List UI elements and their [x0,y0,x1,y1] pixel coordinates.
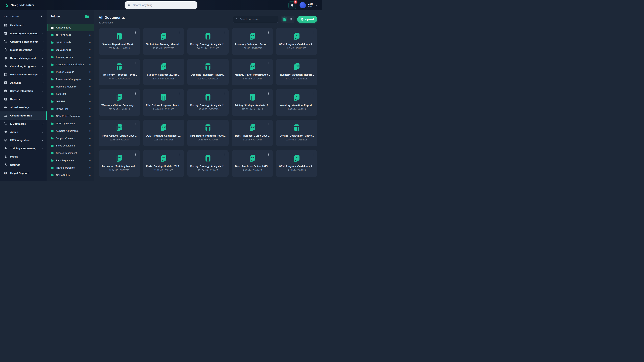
document-card[interactable]: PDFOEM_Program_Guidelines_2...3.26 MB • … [143,120,184,146]
card-menu-button[interactable] [134,30,137,35]
sidebar-item-help-support[interactable]: ?Help & Support [0,169,46,177]
document-card[interactable]: PDFBest_Practices_Guide_2025...3.12 MB •… [232,120,273,146]
sidebar-item-training-e-learning[interactable]: Training & E-Learning [0,144,46,152]
document-card[interactable]: Obsolete_Inventory_Review...213.01 KB • … [187,59,228,85]
sidebar-item-service-integration[interactable]: Service Integration [0,87,46,95]
document-search-input[interactable] [240,18,276,21]
card-menu-button[interactable] [134,152,137,157]
card-menu-button[interactable] [311,91,315,96]
document-card[interactable]: PDFTechnician_Training_Manual...12.14 MB… [98,150,140,177]
document-card[interactable]: Pricing_Strategy_Analysis_2...246.31 KB … [187,28,228,55]
card-menu-button[interactable] [267,61,270,65]
folder-item-oem-return-programs[interactable]: OEM Return Programs0 [47,112,94,120]
document-card[interactable]: Pricing_Strategy_Analysis_2...197.99 KB … [187,89,228,116]
notifications-button[interactable]: 4 [288,1,296,9]
folder-item-training-materials[interactable]: Training Materials0 [47,164,94,171]
folder-item-osha-safety[interactable]: OSHA Safety0 [47,171,94,179]
document-card[interactable]: PDFInventory_Valuation_Report...1.45 MB … [276,89,317,116]
folder-item-q2-2024-audit[interactable]: Q2 2024 Audit0 [47,39,94,46]
document-card[interactable]: PDFInventory_Valuation_Report...1.02 MB … [232,28,273,55]
folder-item-product-catalogs[interactable]: Product Catalogs0 [47,68,94,76]
folder-item-q1-2024-audit[interactable]: Q1 2024 Audit0 [47,46,94,53]
card-menu-button[interactable] [178,30,182,35]
upload-button[interactable]: Upload [297,16,317,23]
card-menu-button[interactable] [267,122,270,126]
sidebar-collapse-button[interactable] [40,14,44,18]
document-card[interactable]: PDFSupplier_Contract_202510....635.78 KB… [143,59,184,85]
sidebar-item-dashboard[interactable]: Dashboard [0,21,46,29]
document-card[interactable]: PDFOEM_Program_Guidelines_2...3.8 MB • 1… [276,28,317,55]
sidebar-item-ordering-replenishment[interactable]: Ordering & Replenishment [0,37,46,46]
card-menu-button[interactable] [222,91,226,96]
global-search-input[interactable] [133,4,194,7]
folder-item-ford-rim[interactable]: Ford RIM0 [47,90,94,98]
document-card[interactable]: RIM_Return_Proposal_Toyot...74.64 KB • 1… [98,59,140,85]
global-search[interactable] [125,1,197,9]
document-card[interactable]: RIM_Return_Proposal_Toyot...96.68 KB • 8… [187,120,228,146]
user-menu[interactable]: User Role [300,2,318,8]
document-card[interactable]: RIM_Return_Proposal_Toyot...210.28 KB • … [143,89,184,116]
folder-item-parts-department[interactable]: Parts Department0 [47,157,94,164]
sidebar-item-collaboration-hub[interactable]: Collaboration Hub [0,111,46,120]
document-card[interactable]: Service_Department_Metric...268.74 KB • … [98,28,140,55]
document-card[interactable]: PDFMonthly_Parts_Performance...1.84 MB •… [232,59,273,85]
card-menu-button[interactable] [222,152,226,157]
document-card[interactable]: Pricing_Strategy_Analysis_2...127.93 KB … [232,89,273,116]
new-folder-button[interactable] [84,14,90,19]
card-menu-button[interactable] [178,152,182,157]
document-search[interactable] [233,16,278,23]
folder-item-q3-2024-audit[interactable]: Q3 2024 Audit0 [47,31,94,39]
sidebar-item-consulting-programs[interactable]: Consulting Programs [0,62,46,70]
card-menu-button[interactable] [311,30,315,35]
sidebar-item-analytics[interactable]: Analytics [0,79,46,87]
document-card[interactable]: PDFTechnician_Training_Manual...13.49 MB… [143,28,184,55]
sidebar-item-returns-management[interactable]: Returns Management [0,54,46,62]
folder-item-napa-agreements[interactable]: NAPA Agreements0 [47,120,94,127]
card-menu-button[interactable] [178,91,182,96]
card-menu-button[interactable] [134,91,137,96]
sidebar-item-admin[interactable]: Admin [0,128,46,136]
card-menu-button[interactable] [311,61,315,65]
card-menu-button[interactable] [178,122,182,126]
card-menu-button[interactable] [178,61,182,65]
card-menu-button[interactable] [222,122,226,126]
folder-item-promotional-campaigns[interactable]: Promotional Campaigns0 [47,76,94,83]
sidebar-item-virtual-meetings[interactable]: Virtual Meetings [0,103,46,111]
document-card[interactable]: PDFBest_Practices_Guide_2025...4.08 MB •… [232,150,273,177]
list-view-button[interactable] [288,16,294,22]
folder-item-supplier-contracts[interactable]: Supplier Contracts0 [47,135,94,142]
sidebar-item-reports[interactable]: Reports [0,95,46,103]
document-card[interactable]: PDFParts_Catalog_Update_2025...19.11 MB … [143,150,184,177]
sidebar-item-settings[interactable]: Settings [0,161,46,169]
card-menu-button[interactable] [222,30,226,35]
document-card[interactable]: Service_Department_Metric...325.48 KB • … [276,120,317,146]
folder-item-toyota-rim[interactable]: Toyota RIM0 [47,105,94,112]
sidebar-item-dms-integration[interactable]: DMS Integration [0,136,46,144]
folder-item-inventory-audits[interactable]: Inventory Audits0 [47,53,94,61]
card-menu-button[interactable] [267,152,270,157]
card-menu-button[interactable] [134,122,137,126]
card-menu-button[interactable] [222,61,226,65]
folder-item-marketing-materials[interactable]: Marketing Materials0 [47,83,94,90]
document-card[interactable]: PDFOEM_Program_Guidelines_2...4.28 MB • … [276,150,317,177]
sidebar-item-profile[interactable]: Profile [0,152,46,161]
card-menu-button[interactable] [311,152,315,157]
folder-item-sales-department[interactable]: Sales Department0 [47,142,94,149]
sidebar-item-e-commerce[interactable]: E-Commerce [0,120,46,128]
sidebar-item-multi-location-management[interactable]: Multi-Location Management [0,70,46,79]
document-card[interactable]: PDFInventory_Valuation_Report...931.71 K… [276,59,317,85]
card-menu-button[interactable] [267,91,270,96]
grid-view-button[interactable] [282,16,288,22]
folder-item-gm-rim[interactable]: GM RIM0 [47,98,94,105]
sidebar-item-inventory-management[interactable]: Inventory Management [0,29,46,37]
sidebar-item-mobile-operations[interactable]: Mobile Operations [0,46,46,54]
folder-item-customer-communications[interactable]: Customer Communications0 [47,61,94,68]
folder-item-all-documents[interactable]: All Documents [47,24,94,31]
card-menu-button[interactable] [267,30,270,35]
document-card[interactable]: PDFWarranty_Claims_Summary_...776.64 KB … [98,89,140,116]
folder-item-service-department[interactable]: Service Department0 [47,149,94,157]
card-menu-button[interactable] [311,122,315,126]
folder-item-acdelco-agreements[interactable]: ACDelco Agreements0 [47,127,94,135]
document-card[interactable]: Pricing_Strategy_Analysis_2...272.54 KB … [187,150,228,177]
card-menu-button[interactable] [134,61,137,65]
